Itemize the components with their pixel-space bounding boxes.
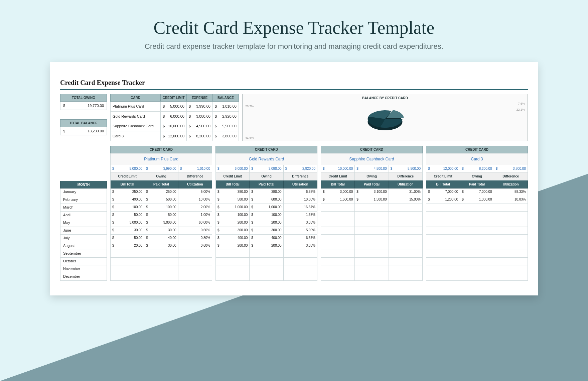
card-limit-value: $5,000.00 bbox=[111, 165, 144, 172]
paid-total-cell: $380.00 bbox=[250, 188, 283, 196]
utilization-cell: 10.83% bbox=[494, 196, 528, 204]
card-labels-row-dark: Bill TotalPaid TotalUtilization bbox=[321, 180, 423, 188]
card-labels-row: Credit LimitOwingDifference bbox=[426, 172, 528, 180]
card-data-row bbox=[426, 235, 528, 242]
bill-total-cell: $50.00 bbox=[111, 235, 144, 242]
paid-total-cell bbox=[144, 258, 178, 265]
bill-total-cell: $300.00 bbox=[216, 227, 250, 235]
utilization-cell bbox=[389, 204, 423, 212]
summary-header-card: CARD bbox=[111, 94, 161, 102]
card-labels-row-dark: Bill TotalPaid TotalUtilization bbox=[426, 180, 528, 188]
paid-total-cell: $3,100.00 bbox=[355, 188, 389, 196]
card-data-row bbox=[426, 273, 528, 281]
card-limit-value: $12,000.00 bbox=[426, 165, 460, 172]
card-labels-row: Credit LimitOwingDifference bbox=[321, 172, 423, 180]
card-data-row bbox=[110, 273, 212, 281]
paid-total-cell: $100.00 bbox=[250, 212, 283, 219]
utilization-cell: 3.33% bbox=[284, 242, 317, 250]
month-cell: November bbox=[60, 265, 107, 273]
card-data-row bbox=[321, 219, 423, 227]
label-paid-total: Paid Total bbox=[250, 180, 283, 188]
bill-total-cell: $200.00 bbox=[216, 242, 250, 250]
summary-card-name: Platinum Plus Card bbox=[111, 102, 161, 112]
total-balance-box: TOTAL BALANCE $13,230.00 bbox=[60, 119, 107, 135]
utilization-cell bbox=[178, 250, 212, 258]
utilization-cell bbox=[494, 227, 528, 235]
card-data-row: $400.00$400.006.67% bbox=[215, 235, 317, 242]
bill-total-cell: $7,000.00 bbox=[426, 188, 460, 196]
card-data-row bbox=[321, 227, 423, 235]
utilization-cell bbox=[494, 273, 528, 281]
summary-limit: $12,000.00 bbox=[161, 131, 187, 141]
bill-total-cell bbox=[426, 204, 460, 212]
month-cell: June bbox=[60, 227, 107, 235]
paid-total-cell bbox=[250, 250, 283, 258]
paid-total-cell: $1,500.00 bbox=[355, 196, 389, 204]
bill-total-cell bbox=[426, 212, 460, 219]
utilization-cell: 31.00% bbox=[389, 188, 423, 196]
bill-total-cell bbox=[426, 242, 460, 250]
utilization-cell: 60.00% bbox=[178, 219, 212, 227]
bill-total-cell: $200.00 bbox=[216, 219, 250, 227]
paid-total-cell bbox=[144, 265, 178, 273]
utilization-cell: 5.00% bbox=[284, 227, 317, 235]
label-difference: Difference bbox=[389, 172, 423, 180]
utilization-cell bbox=[494, 235, 528, 242]
card-data-row: $7,000.00$7,000.0058.33% bbox=[426, 188, 528, 196]
bill-total-cell: $20.00 bbox=[111, 242, 144, 250]
utilization-cell bbox=[389, 219, 423, 227]
card-data-row bbox=[321, 235, 423, 242]
paid-total-cell: $200.00 bbox=[250, 219, 283, 227]
utilization-cell bbox=[494, 265, 528, 273]
bill-total-cell bbox=[321, 235, 355, 242]
paid-total-cell: $1,000.00 bbox=[250, 204, 283, 212]
bill-total-cell bbox=[111, 250, 144, 258]
bill-total-cell: $500.00 bbox=[216, 196, 250, 204]
utilization-cell bbox=[389, 273, 423, 281]
chart-label-tr: 7.6% bbox=[518, 102, 525, 105]
card-diff-value: $1,010.00 bbox=[178, 165, 212, 172]
paid-total-cell bbox=[460, 204, 494, 212]
paid-total-cell: $30.00 bbox=[144, 242, 178, 250]
utilization-cell bbox=[284, 258, 317, 265]
utilization-cell: 16.67% bbox=[284, 204, 317, 212]
sheet-title: Credit Card Expense Tracker bbox=[60, 79, 528, 87]
bill-total-cell: $30.00 bbox=[111, 227, 144, 235]
paid-total-cell bbox=[144, 250, 178, 258]
card-labels-row-dark: Bill TotalPaid TotalUtilization bbox=[215, 180, 317, 188]
summary-header-expense: EXPENSE bbox=[187, 94, 213, 102]
bill-total-cell bbox=[426, 219, 460, 227]
card-name: Sapphire Cashback Card bbox=[321, 153, 423, 165]
label-utilization: Utilization bbox=[178, 180, 212, 188]
paid-total-cell bbox=[460, 273, 494, 281]
utilization-cell: 15.00% bbox=[389, 196, 423, 204]
paid-total-cell: $3,000.00 bbox=[144, 219, 178, 227]
label-paid-total: Paid Total bbox=[460, 180, 494, 188]
utilization-cell bbox=[494, 242, 528, 250]
paid-total-cell bbox=[355, 250, 389, 258]
paid-total-cell bbox=[460, 235, 494, 242]
summary-balance: $5,500.00 bbox=[213, 121, 239, 131]
utilization-cell: 10.00% bbox=[178, 196, 212, 204]
card-data-row bbox=[426, 204, 528, 212]
label-bill-total: Bill Total bbox=[111, 180, 144, 188]
utilization-cell bbox=[494, 258, 528, 265]
paid-total-cell: $40.00 bbox=[144, 235, 178, 242]
card-labels-row-dark: Bill TotalPaid TotalUtilization bbox=[110, 180, 212, 188]
summary-card-name: Card 3 bbox=[111, 131, 161, 141]
summary-expense: $3,990.00 bbox=[187, 102, 213, 112]
utilization-cell bbox=[389, 265, 423, 273]
chart-label-tl: 28.7% bbox=[245, 105, 254, 108]
utilization-cell: 1.67% bbox=[284, 212, 317, 219]
label-bill-total: Bill Total bbox=[216, 180, 250, 188]
card-data-row: $200.00$200.003.33% bbox=[215, 219, 317, 227]
card-data-row bbox=[215, 258, 317, 265]
card-data-row: $100.00$100.001.67% bbox=[215, 212, 317, 219]
card-data-row: $100.00$100.002.00% bbox=[110, 204, 212, 212]
paid-total-cell: $300.00 bbox=[250, 227, 283, 235]
label-paid-total: Paid Total bbox=[355, 180, 389, 188]
card-data-row bbox=[321, 273, 423, 281]
card-labels-row: Credit LimitOwingDifference bbox=[110, 172, 212, 180]
card-header: CREDIT CARD bbox=[426, 146, 528, 153]
table-row: Card 3$12,000.00$8,200.00$3,800.00 bbox=[111, 131, 239, 141]
